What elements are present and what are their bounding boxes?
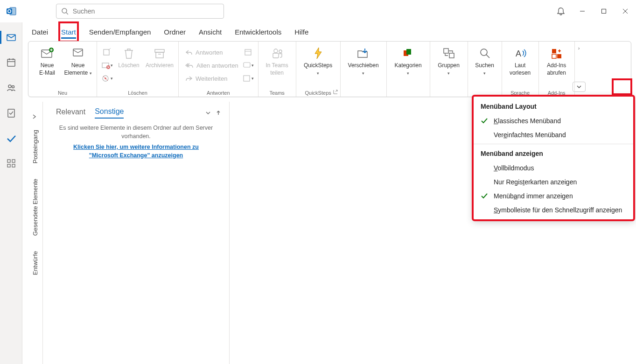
nav-people[interactable] xyxy=(0,77,22,99)
group-label-quicksteps: QuickSteps xyxy=(305,89,331,96)
share-teams-button[interactable]: In Teams teilen xyxy=(262,43,292,85)
menu-item-show-qat[interactable]: Symbolleiste für den Schnellzugriff anze… xyxy=(473,203,634,217)
new-email-button[interactable]: Neue E-Mail xyxy=(32,43,62,85)
teams-icon xyxy=(271,45,284,61)
more-reply-button[interactable]: ▾ xyxy=(242,72,254,84)
exchange-info-link[interactable]: Klicken Sie hier, um weitere Information… xyxy=(60,143,212,160)
laut-vorlesen-label: Laut vorlesen xyxy=(510,62,531,77)
title-bar xyxy=(0,0,636,22)
svg-point-43 xyxy=(279,50,282,53)
verschieben-label: Verschieben xyxy=(348,62,379,69)
search-input[interactable] xyxy=(73,7,219,15)
ribbon-group-quicksteps: QuickSteps▾ QuickSteps xyxy=(296,42,341,97)
forward-button[interactable]: Weiterleiten xyxy=(182,72,241,84)
tab-sonstige[interactable]: Sonstige xyxy=(95,107,124,119)
verschieben-button[interactable]: Verschieben▾ xyxy=(344,43,383,85)
svg-rect-20 xyxy=(12,164,15,167)
new-items-button[interactable]: Neue Elemente ▾ xyxy=(63,43,93,85)
archive-icon xyxy=(154,45,166,61)
tab-start[interactable]: Start xyxy=(61,24,76,40)
ignore-button[interactable] xyxy=(101,46,113,58)
outlook-icon xyxy=(0,6,22,16)
tab-datei[interactable]: Datei xyxy=(32,24,48,40)
cleanup-button[interactable]: ▾ xyxy=(101,59,113,71)
delete-button[interactable]: Löschen xyxy=(114,43,144,85)
tab-senden-empfangen[interactable]: Senden/Empfangen xyxy=(89,24,151,40)
share-teams-label: In Teams teilen xyxy=(266,62,288,77)
kategorien-button[interactable]: Kategorien▾ xyxy=(391,43,426,85)
ribbon-group-loeschen: ▾ ▾ Löschen Archivieren Löschen xyxy=(97,42,179,97)
menu-item-classic-ribbon[interactable]: Klassisches Menüband xyxy=(473,114,634,128)
tab-ordner[interactable]: Ordner xyxy=(164,24,186,40)
ribbon-scroll-right[interactable]: › xyxy=(578,45,580,51)
addins-button[interactable]: Add-Ins abrufen xyxy=(543,43,571,85)
svg-rect-48 xyxy=(449,53,454,58)
svg-rect-46 xyxy=(406,49,411,55)
svg-rect-18 xyxy=(12,160,15,162)
server-info-text: Es sind weitere Elemente in diesem Ordne… xyxy=(55,124,217,140)
folder-rail: Posteingang Gesendete Elemente Entwürfe xyxy=(28,102,43,364)
sort-button[interactable] xyxy=(215,110,222,116)
reply-all-button[interactable]: Allen antworten xyxy=(182,59,241,71)
quicksteps-dialog-launcher[interactable] xyxy=(333,89,338,95)
minimize-button[interactable] xyxy=(572,0,593,22)
maximize-button[interactable] xyxy=(593,0,615,22)
svg-rect-44 xyxy=(273,53,279,58)
folder-drafts[interactable]: Entwürfe xyxy=(32,251,39,275)
suchen-label: Suchen xyxy=(475,62,494,69)
laut-vorlesen-button[interactable]: A Laut vorlesen xyxy=(506,43,535,85)
tab-entwicklertools[interactable]: Entwicklertools xyxy=(235,24,281,40)
nav-calendar[interactable] xyxy=(0,51,22,74)
svg-rect-54 xyxy=(552,54,556,58)
svg-point-14 xyxy=(8,85,11,88)
folder-sent[interactable]: Gesendete Elemente xyxy=(32,179,39,236)
svg-rect-53 xyxy=(557,54,561,58)
menu-item-always-show[interactable]: Menüband immer anzeigen xyxy=(473,189,634,203)
svg-rect-17 xyxy=(7,160,10,162)
svg-rect-10 xyxy=(7,59,15,66)
quicksteps-icon xyxy=(313,45,324,61)
quicksteps-button[interactable]: QuickSteps▾ xyxy=(300,43,336,85)
ribbon-group-addins: Add-Ins abrufen Add-Ins xyxy=(539,42,575,97)
tab-hilfe[interactable]: Hilfe xyxy=(294,24,308,40)
nav-more-apps[interactable] xyxy=(0,152,22,175)
ribbon-group-gruppen: Gruppen▾ . xyxy=(430,42,468,97)
nav-tasks[interactable] xyxy=(0,102,22,124)
reply-button[interactable]: Antworten xyxy=(182,46,241,58)
menu-item-simplified-ribbon[interactable]: Vereeinfachtes Menübandinfachtes Menüban… xyxy=(473,128,634,142)
tab-ansicht[interactable]: Ansicht xyxy=(199,24,222,40)
junk-button[interactable]: ▾ xyxy=(101,72,113,84)
ribbon-tabs: Datei Start Senden/Empfangen Ordner Ansi… xyxy=(22,22,636,41)
archive-button[interactable]: Archivieren xyxy=(145,43,175,85)
meeting-reply-button[interactable] xyxy=(242,46,254,58)
verschieben-icon xyxy=(356,45,370,61)
svg-rect-1 xyxy=(7,8,12,14)
nav-mail[interactable] xyxy=(0,26,22,49)
nav-todo[interactable] xyxy=(0,127,22,149)
folder-inbox[interactable]: Posteingang xyxy=(32,130,39,163)
new-email-label: Neue E-Mail xyxy=(39,62,55,77)
expand-folders-button[interactable] xyxy=(32,114,37,119)
notifications-button[interactable] xyxy=(550,0,572,22)
close-button[interactable] xyxy=(615,0,636,22)
menu-header-layout: Menüband Layout xyxy=(473,99,634,114)
new-items-label: Neue Elemente xyxy=(64,62,88,76)
search-box[interactable] xyxy=(56,4,224,19)
svg-rect-36 xyxy=(156,52,163,58)
svg-rect-35 xyxy=(155,49,164,52)
ribbon-group-kategorien: Kategorien▾ . xyxy=(387,42,430,97)
gruppen-button[interactable]: Gruppen▾ xyxy=(434,43,464,85)
menu-item-fullscreen[interactable]: Vollbildmodus xyxy=(473,161,634,175)
svg-rect-40 xyxy=(244,63,250,67)
delete-icon xyxy=(123,45,135,61)
svg-point-15 xyxy=(12,86,14,88)
read-aloud-icon: A xyxy=(514,45,527,61)
filter-button[interactable] xyxy=(205,110,211,116)
menu-item-tabs-only[interactable]: Nur Registerkarten anzeigen xyxy=(473,175,634,189)
im-reply-button[interactable]: ▾ xyxy=(242,59,254,71)
kategorien-icon xyxy=(402,45,415,61)
svg-line-34 xyxy=(103,76,108,81)
gruppen-label: Gruppen xyxy=(438,62,460,69)
suchen-button[interactable]: Suchen▾ xyxy=(472,43,498,85)
tab-relevant[interactable]: Relevant xyxy=(56,108,85,118)
